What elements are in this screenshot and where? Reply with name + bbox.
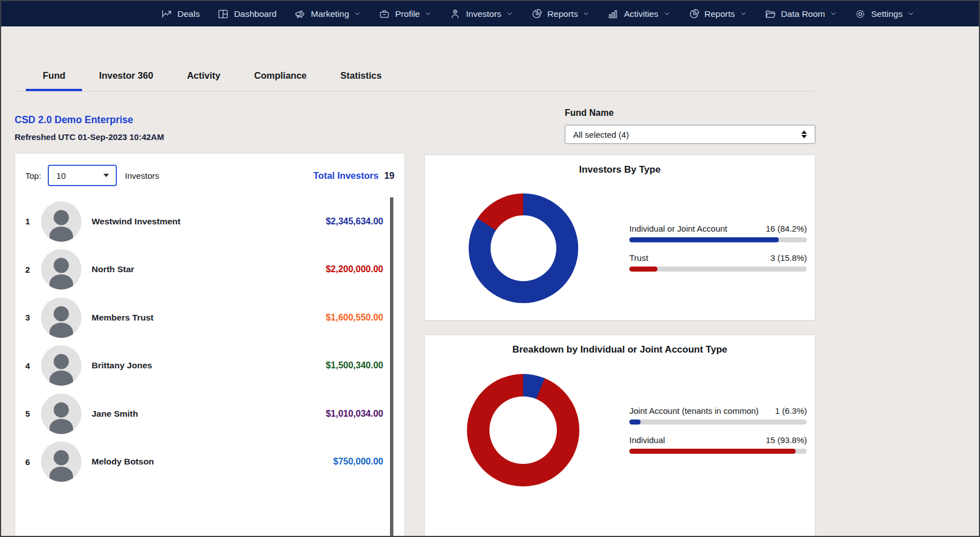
investor-amount: $2,345,634.00 — [326, 216, 383, 227]
top-count-value: 10 — [56, 171, 66, 180]
pie-chart-icon — [531, 8, 542, 20]
list-item[interactable]: 2 North Star $2,200,000.00 — [25, 246, 383, 294]
nav-item-reports-2[interactable]: Reports — [688, 8, 747, 20]
top-investors-controls: Top: 10 Investors Total Investors 19 — [25, 164, 394, 187]
legend-label: Trust — [629, 253, 648, 263]
fund-name-select[interactable]: All selected (4) — [565, 125, 815, 144]
avatar — [41, 297, 81, 338]
investor-amount: $750,000.00 — [333, 457, 383, 467]
avatar — [41, 201, 81, 242]
rank-number: 4 — [25, 361, 41, 371]
legend-bar-track — [629, 419, 807, 425]
nav-item-reports[interactable]: Reports — [531, 8, 589, 20]
legend-value: 1 (6.3%) — [775, 406, 807, 416]
fund-name-selected-value: All selected (4) — [573, 130, 629, 139]
investors-by-type-donut — [469, 193, 578, 303]
legend-bar-fill — [629, 449, 796, 454]
fund-title-link[interactable]: CSD 2.0 Demo Enterprise — [15, 114, 133, 126]
rank-number: 2 — [25, 265, 41, 274]
list-item[interactable]: 4 Brittany Jones $1,500,340.00 — [25, 342, 383, 390]
chart-legend: Joint Account (tenants in common) 1 (6.3… — [629, 406, 807, 464]
chevron-down-icon — [908, 9, 914, 19]
nav-item-label: Activities — [624, 9, 658, 19]
total-investors-link[interactable]: Total Investors — [314, 170, 379, 181]
breakdown-donut — [467, 374, 579, 486]
pie-chart-icon — [688, 8, 700, 20]
nav-item-profile[interactable]: Profile — [379, 8, 432, 20]
dashboard-icon — [217, 8, 229, 20]
investor-name: North Star — [92, 264, 326, 274]
dropdown-arrow-icon — [103, 174, 109, 177]
nav-item-deals[interactable]: Deals — [161, 8, 200, 20]
tab-statistics[interactable]: Statistics — [324, 62, 398, 91]
list-scrollbar — [390, 197, 393, 537]
nav-item-marketing[interactable]: Marketing — [294, 8, 361, 20]
gear-icon — [855, 8, 866, 20]
investors-label: Investors — [125, 171, 159, 180]
scrollbar-thumb[interactable] — [390, 197, 393, 537]
rank-number: 5 — [25, 409, 41, 418]
legend-item: Individual 15 (93.8%) — [629, 435, 807, 454]
investor-amount: $1,010,034.00 — [326, 409, 383, 419]
rank-number: 1 — [25, 216, 41, 226]
chevron-down-icon — [583, 9, 589, 19]
person-dollar-icon — [450, 8, 461, 20]
chevron-down-icon — [740, 9, 747, 19]
chevron-down-icon — [425, 9, 432, 19]
investor-name: Westwind Investment — [92, 216, 326, 227]
rank-number: 6 — [25, 457, 41, 467]
legend-bar-track — [629, 449, 807, 454]
tab-compliance[interactable]: Compliance — [237, 62, 324, 91]
nav-item-label: Reports — [547, 9, 578, 19]
trend-chart-icon — [161, 8, 173, 20]
refreshed-timestamp: Refreshed UTC 01-Sep-2023 10:42AM — [15, 132, 164, 142]
list-item[interactable]: 6 Melody Botson $750,000.00 — [25, 438, 383, 486]
nav-item-settings[interactable]: Settings — [855, 8, 914, 20]
chevron-down-icon — [506, 9, 513, 19]
rank-number: 3 — [25, 313, 41, 322]
nav-item-label: Deals — [178, 9, 200, 19]
chart-legend: Individual or Joint Account 16 (84.2%) T… — [629, 224, 807, 282]
legend-bar-fill — [629, 237, 779, 242]
top-nav: Deals Dashboard Marketing Profile — [1, 1, 979, 26]
nav-item-activities[interactable]: Activities — [607, 8, 670, 20]
legend-label: Joint Account (tenants in common) — [629, 406, 759, 416]
top-count-select[interactable]: 10 — [48, 165, 117, 186]
tab-fund[interactable]: Fund — [26, 62, 82, 91]
nav-item-label: Settings — [871, 9, 902, 19]
legend-bar-track — [629, 267, 807, 272]
tab-investor-360[interactable]: Investor 360 — [82, 62, 170, 91]
avatar — [41, 249, 81, 290]
chevron-down-icon — [354, 9, 361, 19]
tab-bar: Fund Investor 360 Activity Compliance St… — [15, 62, 815, 92]
folder-icon — [765, 8, 776, 20]
investor-name: Members Trust — [92, 313, 326, 323]
tab-activity[interactable]: Activity — [170, 62, 238, 91]
investor-amount: $1,500,340.00 — [326, 360, 383, 371]
total-investors-value: 19 — [384, 170, 394, 181]
list-item[interactable]: 3 Members Trust $1,600,550.00 — [25, 294, 383, 342]
nav-item-data-room[interactable]: Data Room — [765, 8, 837, 20]
legend-bar-track — [629, 237, 807, 242]
legend-item: Joint Account (tenants in common) 1 (6.3… — [629, 406, 807, 425]
investors-by-type-panel: Investors By Type Individual or Joint Ac… — [424, 155, 815, 321]
nav-item-label: Dashboard — [234, 9, 276, 19]
list-item[interactable]: 5 Jane Smith $1,010,034.00 — [25, 390, 383, 438]
list-item[interactable]: 1 Westwind Investment $2,345,634.00 — [25, 197, 383, 246]
investor-amount: $1,600,550.00 — [326, 313, 383, 323]
nav-item-label: Marketing — [311, 9, 349, 19]
nav-item-dashboard[interactable]: Dashboard — [217, 8, 276, 20]
investor-list: 1 Westwind Investment $2,345,634.00 2 No… — [25, 197, 383, 486]
investor-name: Melody Botson — [92, 457, 333, 467]
legend-label: Individual or Joint Account — [629, 224, 727, 233]
nav-item-investors[interactable]: Investors — [450, 8, 513, 20]
bar-chart-icon — [607, 8, 619, 20]
chart-title: Breakdown by Individual or Joint Account… — [425, 344, 815, 355]
legend-value: 3 (15.8%) — [770, 253, 807, 263]
investor-amount: $2,200,000.00 — [326, 264, 383, 274]
donut-hole — [489, 396, 557, 464]
legend-label: Individual — [629, 435, 665, 445]
breakdown-account-type-panel: Breakdown by Individual or Joint Account… — [424, 335, 815, 537]
nav-item-label: Data Room — [781, 9, 825, 19]
nav-item-label: Investors — [466, 9, 501, 19]
